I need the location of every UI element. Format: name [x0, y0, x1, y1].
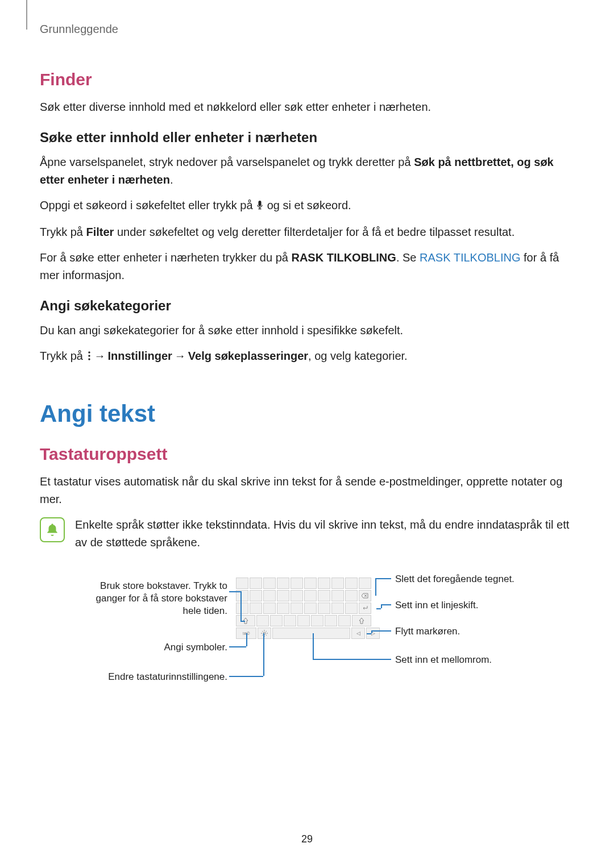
note-block: Enkelte språk støtter ikke tekstinndata.… [40, 516, 574, 551]
text-fragment: under søkefeltet og velg deretter filter… [114, 226, 515, 238]
page-number: 29 [0, 833, 614, 845]
key [318, 590, 330, 601]
key [325, 615, 337, 626]
leader-line [375, 578, 376, 596]
page-left-rule [26, 0, 27, 30]
key-settings [258, 628, 271, 639]
key-space [272, 628, 350, 639]
key [338, 615, 351, 626]
text-fragment: . [170, 173, 173, 186]
page-content: Grunnleggende Finder Søk etter diverse i… [0, 0, 614, 716]
key [318, 578, 330, 589]
leader-line [240, 621, 245, 622]
text-bold: Filter [86, 226, 114, 238]
key [236, 578, 248, 589]
callout-cursor: Flytt markøren. [395, 625, 577, 638]
key [291, 603, 303, 614]
svg-point-2 [88, 358, 90, 360]
key [331, 578, 344, 589]
note-bell-icon [40, 517, 65, 542]
more-options-icon [86, 348, 92, 366]
angi-sub1-p1: Et tastatur vises automatisk når du skal… [40, 473, 574, 508]
key [331, 603, 344, 614]
leader-line [375, 578, 391, 579]
keyboard-diagram: !#© ◁ ▷ Bruk store bokstaver. Trykk to g… [40, 568, 574, 716]
key-shift [352, 615, 371, 626]
key [359, 578, 371, 589]
callout-text: Bruk store bokstaver. Trykk to [100, 580, 227, 591]
key [250, 578, 262, 589]
heading-tastaturoppsett: Tastaturoppsett [40, 445, 574, 464]
text-fragment: og si et søkeord. [264, 199, 351, 211]
callout-space: Sett inn et mellomrom. [395, 654, 577, 666]
text-fragment: Oppgi et søkeord i søkefeltet eller tryk… [40, 199, 256, 211]
leader-line [229, 646, 246, 647]
callout-text: ganger for å få store bokstaver [96, 593, 227, 604]
leader-line [367, 633, 371, 634]
finder-sub1-p4: For å søke etter enheter i nærheten tryk… [40, 249, 574, 284]
leader-line [371, 630, 381, 632]
finder-intro: Søk etter diverse innhold med et nøkkelo… [40, 98, 574, 116]
key [291, 590, 303, 601]
key [263, 578, 276, 589]
key [263, 590, 276, 601]
text-fragment: Trykk på [40, 350, 86, 362]
text-fragment: Trykk på [40, 226, 86, 238]
text-bold: Innstillinger [108, 350, 172, 362]
svg-point-1 [88, 355, 90, 356]
key [263, 603, 276, 614]
key [311, 615, 323, 626]
key-backspace [359, 590, 371, 601]
key [270, 615, 283, 626]
callout-newline: Sett inn et linjeskift. [395, 599, 577, 612]
key [297, 615, 310, 626]
leader-line [313, 659, 391, 660]
leader-line [246, 633, 247, 646]
finder-sub1-p3: Trykk på Filter under søkefeltet og velg… [40, 223, 574, 241]
key [250, 603, 262, 614]
callout-settings: Endre tastaturinnstillingene. [45, 671, 227, 683]
text-fragment: Åpne varselspanelet, stryk nedover på va… [40, 156, 414, 168]
key [345, 578, 358, 589]
callout-caps: Bruk store bokstaver. Trykk to ganger fo… [45, 580, 227, 617]
key [318, 603, 330, 614]
callout-text: hele tiden. [183, 605, 227, 616]
key [277, 578, 289, 589]
text-bold: Velg søkeplasseringer [188, 350, 308, 362]
finder-sub1-p2: Oppgi et søkeord i søkefeltet eller tryk… [40, 197, 574, 215]
breadcrumb: Grunnleggende [40, 23, 574, 36]
heading-angi-tekst: Angi tekst [40, 400, 574, 427]
leader-line [229, 676, 263, 677]
heading-finder: Finder [40, 70, 574, 89]
note-text: Enkelte språk støtter ikke tekstinndata.… [75, 516, 574, 551]
key [256, 615, 269, 626]
text-fragment: . Se [396, 251, 420, 264]
callout-symbols: Angi symboler. [45, 641, 227, 654]
finder-sub2-p1: Du kan angi søkekategorier for å søke et… [40, 322, 574, 339]
key [250, 590, 262, 601]
svg-point-0 [88, 351, 90, 353]
microphone-icon [256, 198, 264, 215]
key [331, 590, 344, 601]
heading-search-nearby: Søke etter innhold eller enheter i nærhe… [40, 130, 574, 146]
arrow-icon: → [92, 350, 108, 362]
text-bold: RASK TILKOBLING [291, 251, 396, 264]
arrow-icon: → [172, 350, 188, 362]
leader-line [313, 633, 314, 659]
leader-line [381, 604, 382, 608]
heading-search-categories: Angi søkekategorier [40, 298, 574, 314]
text-fragment: For å søke etter enheter i nærheten tryk… [40, 251, 291, 264]
keyboard-illustration: !#© ◁ ▷ [236, 578, 380, 640]
key [345, 590, 358, 601]
key [291, 578, 303, 589]
key-shift [236, 615, 255, 626]
finder-sub2-p2: Trykk på →Innstillinger→Velg søkeplasser… [40, 347, 574, 366]
key [277, 603, 289, 614]
leader-line [240, 591, 242, 621]
leader-line [381, 604, 391, 605]
link-rask-tilkobling[interactable]: RASK TILKOBLING [420, 251, 520, 264]
key [284, 615, 296, 626]
leader-line [263, 633, 264, 676]
leader-line [229, 591, 240, 592]
key [304, 590, 317, 601]
